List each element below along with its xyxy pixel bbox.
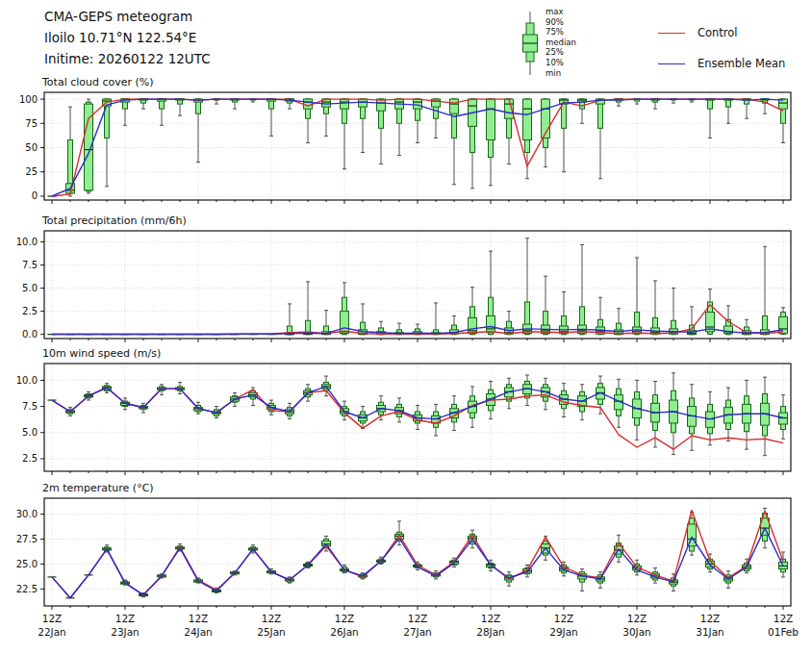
svg-text:12Z: 12Z [774, 613, 794, 624]
svg-text:75: 75 [25, 118, 38, 129]
svg-text:12Z: 12Z [335, 613, 355, 624]
svg-text:23Jan: 23Jan [111, 626, 140, 638]
svg-text:12Z: 12Z [42, 613, 63, 624]
svg-text:5.0: 5.0 [22, 283, 38, 293]
svg-text:12Z: 12Z [115, 613, 136, 624]
svg-text:12Z: 12Z [700, 613, 721, 624]
svg-text:25: 25 [25, 166, 38, 177]
svg-text:2.5: 2.5 [22, 453, 38, 464]
meteogram-figure: CMA-GEPS meteogram Iloilo 10.71°N 122.54… [0, 0, 812, 654]
svg-text:31Jan: 31Jan [696, 626, 724, 638]
svg-text:100: 100 [19, 94, 38, 105]
meteogram-chart: 02550751000.02.55.07.510.02.55.07.510.02… [0, 0, 812, 654]
svg-text:29Jan: 29Jan [549, 626, 578, 638]
svg-text:7.5: 7.5 [22, 260, 38, 270]
svg-text:28Jan: 28Jan [476, 626, 505, 638]
svg-text:10.0: 10.0 [16, 375, 38, 386]
svg-text:22Jan: 22Jan [38, 626, 66, 638]
svg-text:5.0: 5.0 [22, 427, 38, 438]
svg-text:30Jan: 30Jan [622, 626, 651, 638]
svg-text:12Z: 12Z [262, 613, 282, 624]
svg-text:25.0: 25.0 [16, 559, 38, 569]
svg-text:12Z: 12Z [408, 613, 428, 624]
svg-text:50: 50 [25, 142, 38, 153]
svg-text:27Jan: 27Jan [403, 626, 432, 638]
svg-text:26Jan: 26Jan [330, 626, 359, 638]
svg-text:27.5: 27.5 [16, 534, 38, 544]
svg-text:24Jan: 24Jan [184, 626, 213, 638]
svg-text:30.0: 30.0 [16, 509, 38, 519]
svg-text:25Jan: 25Jan [257, 626, 286, 638]
svg-text:0: 0 [32, 190, 38, 201]
svg-text:01Feb: 01Feb [768, 626, 799, 638]
svg-text:10.0: 10.0 [16, 237, 38, 247]
svg-text:0.0: 0.0 [22, 329, 38, 340]
svg-text:12Z: 12Z [481, 613, 501, 624]
svg-text:12Z: 12Z [189, 613, 209, 624]
svg-text:7.5: 7.5 [22, 401, 38, 412]
svg-text:22.5: 22.5 [16, 584, 38, 594]
svg-text:12Z: 12Z [627, 613, 647, 624]
svg-text:12Z: 12Z [554, 613, 574, 624]
svg-text:2.5: 2.5 [22, 306, 38, 316]
